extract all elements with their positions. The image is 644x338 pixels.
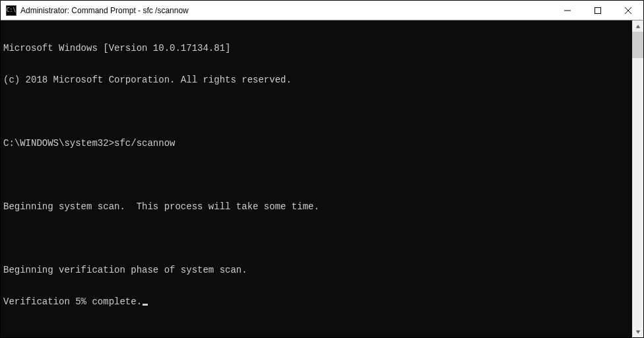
chevron-up-icon (635, 24, 641, 29)
close-icon (625, 7, 631, 14)
svg-marker-5 (635, 330, 639, 333)
vertical-scrollbar[interactable] (632, 20, 643, 337)
client-area: Microsoft Windows [Version 10.0.17134.81… (1, 20, 643, 337)
terminal-output[interactable]: Microsoft Windows [Version 10.0.17134.81… (1, 20, 632, 337)
scroll-track[interactable] (632, 32, 643, 326)
maximize-button[interactable] (583, 1, 613, 20)
output-line: Beginning system scan. This process will… (3, 201, 629, 212)
output-line: C:\WINDOWS\system32>sfc/scannow (3, 138, 629, 149)
svg-rect-1 (595, 7, 601, 13)
output-line (3, 170, 629, 180)
scroll-up-button[interactable] (632, 20, 643, 32)
output-line: Beginning verification phase of system s… (3, 265, 629, 275)
window-title: Administrator: Command Prompt - sfc /sca… (20, 6, 552, 15)
minimize-icon (564, 7, 571, 14)
window-controls (552, 1, 643, 20)
output-line (3, 233, 629, 244)
close-button[interactable] (613, 1, 643, 20)
scroll-thumb[interactable] (632, 32, 643, 58)
output-line: Microsoft Windows [Version 10.0.17134.81… (3, 43, 629, 53)
output-text: Verification 5% complete. (3, 296, 142, 307)
output-line (3, 106, 629, 117)
chevron-down-icon (635, 329, 641, 335)
minimize-button[interactable] (552, 1, 583, 20)
cursor (143, 304, 148, 306)
output-line: Verification 5% complete. (3, 296, 629, 307)
svg-marker-4 (635, 24, 639, 28)
command-prompt-icon-text: C:\ (7, 8, 16, 13)
scroll-down-button[interactable] (632, 326, 643, 337)
maximize-icon (595, 7, 601, 14)
command-prompt-window: C:\ Administrator: Command Prompt - sfc … (0, 0, 644, 338)
titlebar[interactable]: C:\ Administrator: Command Prompt - sfc … (1, 1, 643, 20)
output-line: (c) 2018 Microsoft Corporation. All righ… (3, 75, 629, 85)
command-prompt-icon: C:\ (6, 5, 16, 16)
